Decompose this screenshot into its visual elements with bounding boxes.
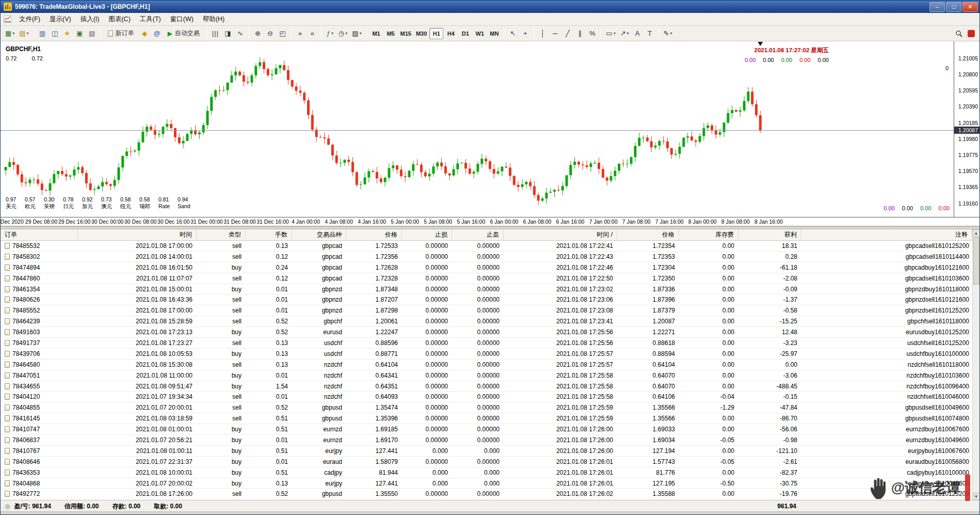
- timeframe-m5-button[interactable]: M5: [384, 28, 398, 39]
- chart-line-button[interactable]: ∿: [234, 28, 246, 39]
- column-header-6[interactable]: 止损: [402, 229, 452, 240]
- shapes-button[interactable]: ▭▾: [604, 28, 617, 39]
- history-table-row[interactable]: 784107672021.01.08 01:00:11buy0.51eurjpy…: [1, 446, 972, 457]
- timeframe-d1-button[interactable]: D1: [458, 28, 472, 39]
- horizontal-line-button[interactable]: ─: [549, 28, 561, 39]
- text-button[interactable]: A: [632, 28, 644, 39]
- zoom-in-button[interactable]: ⊕: [252, 28, 264, 39]
- column-header-4[interactable]: 交易品种: [292, 229, 346, 240]
- equidistant-channel-button[interactable]: ∥: [574, 28, 586, 39]
- fibonacci-button[interactable]: %: [586, 28, 598, 39]
- menu-item-c[interactable]: 图表(C): [104, 13, 135, 26]
- menu-item-f[interactable]: 文件(F): [14, 13, 45, 26]
- timeframe-m30-button[interactable]: M30: [414, 28, 429, 39]
- vertical-scrollbar[interactable]: ▲ ▼: [972, 229, 979, 500]
- column-header-0[interactable]: 订单: [1, 229, 78, 240]
- history-table-row[interactable]: 784086462021.01.07 22:31:37buy0.01euraud…: [1, 457, 972, 467]
- object-settings-button[interactable]: ✎▾: [662, 28, 674, 39]
- timeframe-h4-button[interactable]: H4: [444, 28, 458, 39]
- column-header-9[interactable]: 价格: [617, 229, 679, 240]
- history-table-row[interactable]: 784478602021.01.08 11:07:07sell0.12gbpca…: [1, 273, 972, 284]
- menu-item-i[interactable]: 插入(I): [76, 13, 104, 26]
- close-button[interactable]: ✕: [962, 2, 978, 12]
- market-watch-button[interactable]: ▥: [37, 28, 49, 39]
- history-table-row[interactable]: 784048682021.01.07 20:00:02buy0.13eurjpy…: [1, 478, 972, 489]
- column-header-8[interactable]: 时间 /: [504, 229, 617, 240]
- chart-window-icon[interactable]: [4, 15, 12, 23]
- history-table-row[interactable]: 784806262021.01.08 16:43:36sell0.01gbpnz…: [1, 294, 972, 305]
- scroll-down-icon[interactable]: ▼: [973, 493, 980, 500]
- terminal-button[interactable]: ▣: [74, 28, 86, 39]
- menu-item-v[interactable]: 显示(V): [45, 13, 76, 26]
- timeframe-m1-button[interactable]: M1: [369, 28, 383, 39]
- column-header-3[interactable]: 手数: [246, 229, 292, 240]
- menu-item-h[interactable]: 帮助(H): [198, 13, 229, 26]
- chart-shift-button[interactable]: «: [307, 28, 318, 39]
- history-table-row[interactable]: 784107472021.01.08 01:00:01buy0.51eurnzd…: [1, 424, 972, 435]
- history-table-row[interactable]: 784613542021.01.08 15:00:01buy0.01gbpnzd…: [1, 284, 972, 295]
- alert-button[interactable]: [965, 28, 977, 39]
- search-button[interactable]: [953, 28, 965, 39]
- auto-scroll-button[interactable]: »: [294, 28, 306, 39]
- column-header-5[interactable]: 价格: [346, 229, 402, 240]
- text-label-button[interactable]: T: [644, 28, 656, 39]
- history-table-row[interactable]: 784363532021.01.08 10:00:01buy0.51cadjpy…: [1, 467, 972, 478]
- menu-item-t[interactable]: 工具(T): [135, 13, 166, 26]
- history-table-row[interactable]: 784583022021.01.08 14:00:01sell0.12gbpca…: [1, 252, 972, 262]
- column-header-12[interactable]: 注释: [801, 229, 972, 240]
- maximize-button[interactable]: □: [946, 2, 961, 12]
- history-table-row[interactable]: 784642392021.01.08 15:28:59sell0.52gbpch…: [1, 316, 972, 327]
- profiles-button[interactable]: ▤▾: [17, 28, 30, 39]
- history-table-row[interactable]: 784346552021.01.08 09:51:47buy1.54nzdchf…: [1, 381, 972, 392]
- history-table-row[interactable]: 784161452021.01.08 03:18:59sell0.51gbpus…: [1, 413, 972, 424]
- periods-button[interactable]: ◷▾: [336, 28, 349, 39]
- strategy-tester-button[interactable]: ▧: [86, 28, 98, 39]
- history-table-row[interactable]: 784068372021.01.07 20:56:21buy0.01eurnzd…: [1, 435, 972, 446]
- history-table-row[interactable]: 784927722021.01.08 17:26:00sell0.52gbpus…: [1, 489, 972, 500]
- zoom-out-button[interactable]: ⊖: [264, 28, 276, 39]
- history-table-row[interactable]: 784748942021.01.08 16:01:50buy0.24gbpcad…: [1, 262, 972, 273]
- vertical-line-button[interactable]: │: [537, 28, 549, 39]
- timeframe-h1-button[interactable]: H1: [429, 28, 443, 39]
- column-header-1[interactable]: 时间: [78, 229, 197, 240]
- timeframe-w1-button[interactable]: W1: [473, 28, 487, 39]
- chart-bars-button[interactable]: |||: [210, 28, 221, 39]
- chart-candles-button[interactable]: ◨: [222, 28, 234, 39]
- crosshair-button[interactable]: +: [519, 28, 531, 39]
- column-header-7[interactable]: 止盈: [452, 229, 504, 240]
- community-button[interactable]: @: [151, 28, 163, 39]
- autotrading-button[interactable]: ▶自动交易: [164, 28, 204, 39]
- tile-windows-button[interactable]: ◰: [277, 28, 288, 39]
- history-table-row[interactable]: 784041202021.01.07 19:34:34sell0.01nzdch…: [1, 392, 972, 402]
- cursor-button[interactable]: ↖: [507, 28, 519, 39]
- history-table-row[interactable]: 784645802021.01.08 15:30:08sell0.13nzdch…: [1, 360, 972, 370]
- history-table-row[interactable]: 784470512021.01.08 11:00:00buy0.01nzdchf…: [1, 370, 972, 381]
- history-table-row[interactable]: 784917372021.01.08 17:23:27sell0.13usdch…: [1, 338, 972, 349]
- data-window-button[interactable]: ◫: [49, 28, 61, 39]
- minimize-button[interactable]: –: [929, 2, 945, 12]
- metaeditor-button[interactable]: ◆: [139, 28, 151, 39]
- scroll-thumb[interactable]: [973, 237, 979, 285]
- price-axis[interactable]: 1.210051.208001.205951.203901.201851.199…: [954, 41, 979, 217]
- history-table-row[interactable]: 784397062021.01.08 10:05:53buy0.13usdchf…: [1, 349, 972, 360]
- column-header-2[interactable]: 类型: [197, 229, 246, 240]
- new-chart-button[interactable]: ▦▾: [3, 28, 17, 39]
- indicators-button[interactable]: ƒ▾: [324, 28, 336, 39]
- history-table-row[interactable]: 784048552021.01.07 20:00:01sell0.52gbpus…: [1, 402, 972, 413]
- time-axis[interactable]: 28 Dec 202029 Dec 08:0029 Dec 16:0030 De…: [1, 217, 979, 226]
- history-table-row[interactable]: 784855522021.01.08 17:00:00sell0.01gbpnz…: [1, 305, 972, 316]
- column-header-11[interactable]: 获利: [738, 229, 801, 240]
- timeframe-m15-button[interactable]: M15: [398, 28, 413, 39]
- trendline-button[interactable]: ╱: [561, 28, 573, 39]
- arrows-button[interactable]: ↗▾: [618, 28, 631, 39]
- candlestick-chart[interactable]: [1, 41, 955, 217]
- new-order-button[interactable]: 新订单: [104, 28, 138, 39]
- timeframe-mn-button[interactable]: MN: [487, 28, 501, 39]
- templates-button[interactable]: ▨▾: [350, 28, 363, 39]
- history-table-row[interactable]: 784855322021.01.08 17:00:00sell0.13gbpca…: [1, 241, 972, 252]
- menu-item-w[interactable]: 窗口(W): [166, 13, 198, 26]
- navigator-button[interactable]: ★: [61, 28, 73, 39]
- history-table-row[interactable]: 784916032021.01.08 17:23:13buy0.52eurusd…: [1, 327, 972, 338]
- column-header-10[interactable]: 库存费: [679, 229, 738, 240]
- scroll-up-icon[interactable]: ▲: [973, 229, 980, 237]
